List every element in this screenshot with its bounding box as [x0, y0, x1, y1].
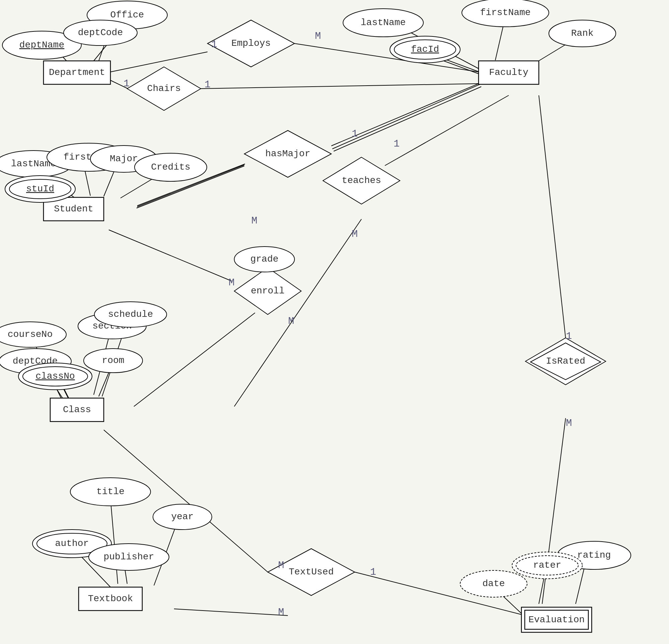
card-employs-1: 1: [211, 39, 217, 50]
rel-employs-label: Employs: [231, 38, 271, 48]
svg-line-45: [334, 87, 481, 151]
attr-year-label: year: [171, 512, 194, 522]
attr-rank-label: Rank: [571, 28, 593, 39]
svg-line-30: [134, 313, 255, 406]
rel-israted-label: IsRated: [546, 356, 585, 366]
attr-office-label: Office: [111, 10, 144, 20]
attr-publisher-label: publisher: [103, 552, 154, 562]
attr-date-label: date: [482, 578, 505, 589]
entity-faculty-label: Faculty: [489, 67, 528, 77]
card-chairs-dept: 1: [124, 78, 129, 89]
attr-title-label: title: [96, 486, 125, 497]
attr-major-label: Major: [110, 154, 138, 164]
er-diagram: Department Faculty Student Class Textboo…: [0, 0, 669, 644]
entity-textbook-label: Textbook: [88, 593, 133, 604]
card-textused-m1: M: [278, 560, 284, 571]
svg-line-39: [539, 95, 566, 338]
card-teaches-1: 1: [394, 138, 400, 149]
attr-credits-label: Credits: [151, 162, 190, 172]
attr-faculty-firstname-label: firstName: [480, 8, 530, 18]
attr-deptcode-label: deptCode: [78, 27, 123, 38]
entity-class-label: Class: [63, 404, 91, 415]
svg-line-11: [200, 84, 479, 89]
card-employs-m: M: [315, 30, 321, 42]
entity-department-label: Department: [49, 67, 105, 77]
svg-line-44: [332, 84, 480, 149]
card-textused-m2: M: [278, 606, 284, 618]
card-enroll-m1: M: [229, 277, 234, 288]
svg-line-29: [109, 230, 231, 281]
attr-rater-label: rater: [533, 560, 561, 570]
rel-hasmajor-label: hasMajor: [266, 148, 310, 159]
svg-line-32: [111, 499, 118, 584]
entity-evaluation-label: Evaluation: [528, 615, 585, 625]
svg-line-8: [111, 52, 208, 72]
svg-line-20: [385, 95, 509, 166]
card-enroll-m2: M: [288, 315, 294, 327]
attr-grade-label: grade: [250, 254, 279, 264]
attr-classno-label: classNo: [35, 371, 75, 381]
card-israted-m: M: [566, 417, 572, 429]
attr-schedule-label: schedule: [108, 309, 153, 319]
rel-chairs-label: Chairs: [147, 83, 181, 94]
rel-teaches-label: teaches: [342, 175, 381, 186]
card-teaches-m: M: [352, 229, 358, 240]
attr-faculty-lastname-label: lastName: [361, 17, 405, 28]
attr-facid-label: facId: [411, 44, 439, 55]
attr-stuid-label: stuId: [26, 184, 54, 194]
rel-textused-label: TextUsed: [289, 567, 334, 577]
card-textused-1: 1: [370, 567, 376, 578]
attr-author-label: author: [55, 538, 89, 549]
card-chairs-fac: 1: [204, 79, 211, 90]
attr-courseno-label: courseNo: [8, 329, 53, 340]
card-hasmajor-m: M: [251, 215, 257, 227]
card-hasmajor-1: 1: [352, 128, 358, 140]
attr-room-label: room: [102, 355, 124, 366]
attr-deptname-label: deptName: [19, 40, 64, 50]
attr-rating-label: rating: [577, 550, 611, 560]
entity-student-label: Student: [54, 204, 94, 214]
card-israted-1: 1: [566, 330, 572, 342]
rel-enroll-label: enroll: [251, 286, 285, 296]
svg-line-37: [174, 609, 288, 616]
